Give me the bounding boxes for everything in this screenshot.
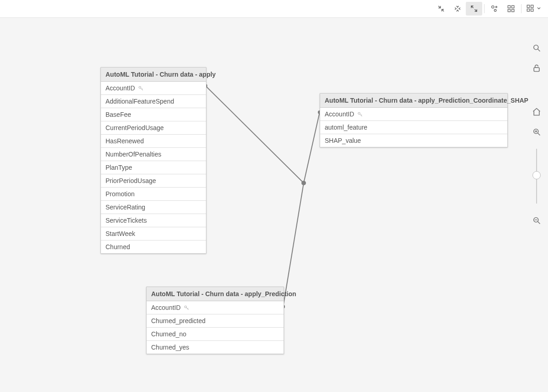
entity-shap[interactable]: AutoML Tutorial - Churn data - apply_Pre… bbox=[320, 93, 508, 147]
field-name: AccountID bbox=[151, 304, 181, 311]
field-name: BaseFee bbox=[105, 111, 131, 118]
top-toolbar bbox=[0, 0, 548, 17]
field-name: ServiceRating bbox=[105, 204, 145, 211]
field-row[interactable]: NumberOfPenalties bbox=[101, 148, 206, 161]
field-row[interactable]: PlanType bbox=[101, 161, 206, 174]
svg-rect-3 bbox=[508, 5, 510, 8]
svg-rect-4 bbox=[512, 5, 514, 8]
field-name: AccountID bbox=[105, 84, 135, 92]
field-row[interactable]: Churned_yes bbox=[147, 341, 284, 354]
field-row[interactable]: Churned_no bbox=[147, 328, 284, 341]
field-row[interactable]: CurrentPeriodUsage bbox=[101, 121, 206, 135]
field-name: SHAP_value bbox=[325, 137, 361, 144]
field-name: AccountID bbox=[325, 110, 354, 118]
svg-rect-9 bbox=[527, 9, 529, 11]
zoom-in-icon[interactable] bbox=[532, 127, 542, 137]
collapse-center-icon[interactable] bbox=[449, 2, 466, 16]
entity-header[interactable]: AutoML Tutorial - Churn data - apply_Pre… bbox=[147, 287, 284, 301]
field-name: Churned bbox=[105, 243, 130, 251]
field-row[interactable]: AccountID bbox=[101, 82, 206, 95]
entity-header[interactable]: AutoML Tutorial - Churn data - apply_Pre… bbox=[320, 94, 507, 108]
field-row[interactable]: AdditionalFeatureSpend bbox=[101, 95, 206, 108]
svg-point-20 bbox=[184, 306, 186, 308]
field-row[interactable]: automl_feature bbox=[320, 121, 507, 134]
svg-point-19 bbox=[358, 112, 360, 114]
svg-point-0 bbox=[492, 6, 494, 8]
field-row[interactable]: BaseFee bbox=[101, 108, 206, 121]
canvas-area[interactable]: AutoML Tutorial - Churn data - apply Acc… bbox=[0, 17, 548, 392]
svg-line-13 bbox=[283, 183, 304, 307]
svg-line-11 bbox=[206, 86, 304, 183]
field-row[interactable]: PriorPeriodUsage bbox=[101, 174, 206, 188]
field-row[interactable]: Churned_predicted bbox=[147, 314, 284, 328]
grid-view-icon[interactable] bbox=[503, 2, 519, 16]
field-row[interactable]: SHAP_value bbox=[320, 134, 507, 147]
svg-point-17 bbox=[301, 181, 306, 185]
home-icon[interactable] bbox=[532, 107, 542, 117]
layout-dropdown[interactable] bbox=[523, 4, 544, 14]
toolbar-right-group bbox=[433, 2, 544, 16]
key-icon bbox=[138, 85, 144, 91]
svg-point-2 bbox=[494, 10, 496, 12]
svg-rect-5 bbox=[508, 10, 510, 12]
zoom-thumb[interactable] bbox=[532, 171, 541, 179]
app-root: AutoML Tutorial - Churn data - apply Acc… bbox=[0, 0, 548, 392]
field-name: Churned_yes bbox=[151, 344, 189, 351]
canvas[interactable]: AutoML Tutorial - Churn data - apply Acc… bbox=[0, 18, 548, 392]
unlock-icon[interactable] bbox=[532, 63, 542, 73]
svg-rect-8 bbox=[531, 5, 533, 7]
field-name: Churned_predicted bbox=[151, 317, 206, 324]
expand-out-icon[interactable] bbox=[466, 2, 482, 16]
svg-point-18 bbox=[139, 86, 141, 88]
field-name: StartWeek bbox=[105, 230, 135, 237]
field-row[interactable]: Churned bbox=[101, 240, 206, 253]
search-icon[interactable] bbox=[532, 43, 542, 53]
toolbar-divider-2 bbox=[521, 4, 522, 13]
svg-rect-6 bbox=[512, 10, 514, 12]
entity-pred[interactable]: AutoML Tutorial - Churn data - apply_Pre… bbox=[146, 287, 284, 354]
field-name: AdditionalFeatureSpend bbox=[105, 98, 174, 105]
layout-view-icon bbox=[526, 4, 534, 14]
collapse-in-icon[interactable] bbox=[433, 2, 449, 16]
field-name: Promotion bbox=[105, 190, 135, 198]
zoom-slider[interactable] bbox=[536, 149, 537, 204]
entity-header[interactable]: AutoML Tutorial - Churn data - apply bbox=[101, 68, 206, 82]
zoom-out-icon[interactable] bbox=[532, 215, 542, 225]
field-name: PlanType bbox=[105, 164, 132, 171]
field-row[interactable]: AccountID bbox=[147, 301, 284, 314]
svg-line-12 bbox=[304, 112, 320, 183]
toolbar-divider bbox=[484, 4, 485, 13]
field-row[interactable]: StartWeek bbox=[101, 227, 206, 240]
field-row[interactable]: HasRenewed bbox=[101, 135, 206, 148]
bubble-view-icon[interactable] bbox=[486, 2, 503, 16]
svg-rect-10 bbox=[531, 9, 533, 11]
svg-rect-7 bbox=[527, 5, 529, 7]
svg-point-21 bbox=[534, 45, 538, 50]
svg-point-1 bbox=[495, 6, 497, 8]
chevron-down-icon bbox=[536, 5, 542, 12]
key-icon bbox=[357, 111, 363, 117]
field-name: ServiceTickets bbox=[105, 217, 147, 224]
field-row[interactable]: ServiceRating bbox=[101, 201, 206, 214]
field-name: PriorPeriodUsage bbox=[105, 177, 156, 184]
svg-rect-22 bbox=[534, 68, 539, 71]
field-name: HasRenewed bbox=[105, 137, 144, 145]
key-icon bbox=[184, 305, 190, 311]
field-row[interactable]: ServiceTickets bbox=[101, 214, 206, 227]
field-row[interactable]: Promotion bbox=[101, 188, 206, 201]
field-name: NumberOfPenalties bbox=[105, 151, 161, 158]
side-tools bbox=[532, 43, 542, 225]
field-name: automl_feature bbox=[325, 124, 367, 131]
field-row[interactable]: AccountID bbox=[320, 108, 507, 121]
field-name: CurrentPeriodUsage bbox=[105, 124, 164, 131]
entity-apply[interactable]: AutoML Tutorial - Churn data - apply Acc… bbox=[100, 67, 206, 254]
field-name: Churned_no bbox=[151, 330, 186, 338]
